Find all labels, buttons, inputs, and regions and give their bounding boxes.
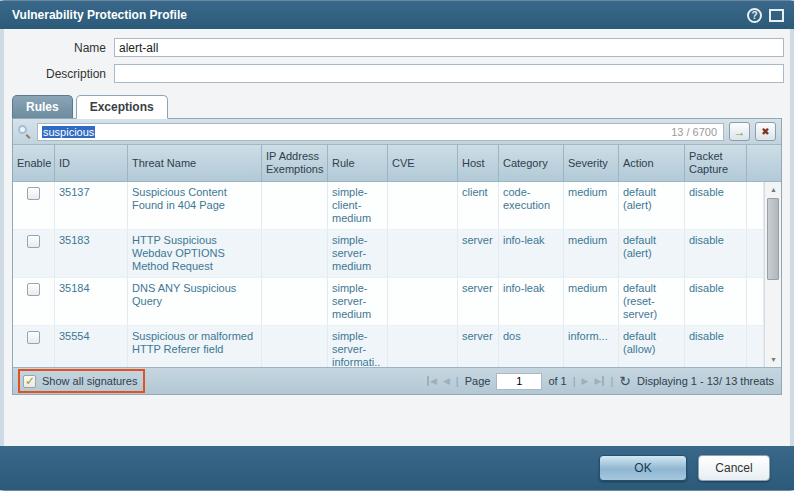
- vulnerability-protection-profile-dialog: Vulnerability Protection Profile ? Name …: [0, 0, 794, 491]
- description-field[interactable]: [114, 64, 784, 83]
- search-go-button[interactable]: →: [729, 122, 750, 141]
- cell-threat-name: Suspicious or malformed HTTP Referer fie…: [128, 326, 262, 367]
- displaying-status: Displaying 1 - 13/ 13 threats: [637, 375, 774, 387]
- cell-spacer: [747, 230, 764, 278]
- table-row: 35137Suspicious Content Found in 404 Pag…: [13, 182, 764, 230]
- enable-checkbox[interactable]: [27, 187, 40, 200]
- cell-cve: [388, 230, 458, 278]
- search-bar: suspicious 13 / 6700 → ✖: [13, 119, 781, 145]
- threat-table-viewport: 35137Suspicious Content Found in 404 Pag…: [13, 182, 781, 367]
- cell-spacer: [747, 326, 764, 367]
- cell-id: 35137: [55, 182, 128, 230]
- cell-category: code-execution: [499, 182, 564, 230]
- cell-enable: [13, 278, 55, 326]
- page-of-label: of 1: [548, 375, 566, 387]
- vertical-scrollbar[interactable]: ▲ ▼: [764, 182, 781, 367]
- col-header-action[interactable]: Action: [619, 145, 685, 182]
- cell-severity: medium: [564, 230, 619, 278]
- col-header-spacer: [747, 145, 781, 182]
- col-header-rule[interactable]: Rule: [328, 145, 388, 182]
- cell-category: info-leak: [499, 278, 564, 326]
- show-all-signatures-label: Show all signatures: [42, 375, 137, 387]
- ok-button[interactable]: OK: [599, 455, 687, 481]
- tab-rules[interactable]: Rules: [12, 95, 73, 118]
- next-page-icon[interactable]: ▶: [582, 376, 589, 386]
- cell-packet-capture: disable: [685, 182, 747, 230]
- cell-rule: simple-client-medium: [328, 182, 388, 230]
- window-icon[interactable]: [769, 9, 784, 22]
- table-row: 35184DNS ANY Suspicious Querysimple-serv…: [13, 278, 764, 326]
- cell-rule: simple-server-medium: [328, 230, 388, 278]
- threat-name-link[interactable]: DNS ANY Suspicious Query: [132, 282, 236, 307]
- enable-checkbox[interactable]: [27, 331, 40, 344]
- separator: |: [456, 375, 459, 387]
- description-row: Description: [10, 64, 784, 83]
- col-header-threat-name[interactable]: Threat Name: [128, 145, 262, 182]
- tab-bar: Rules Exceptions: [4, 94, 790, 118]
- cell-enable: [13, 230, 55, 278]
- cell-severity: medium: [564, 182, 619, 230]
- cell-category: info-leak: [499, 230, 564, 278]
- cell-id: 35183: [55, 230, 128, 278]
- last-page-icon[interactable]: ▶: [595, 376, 605, 386]
- cell-rule: simple-server-medium: [328, 278, 388, 326]
- col-header-id[interactable]: ID: [55, 145, 128, 182]
- enable-checkbox[interactable]: [27, 283, 40, 296]
- cell-ip-address-exemptions: [262, 326, 328, 367]
- previous-page-icon[interactable]: ◀: [443, 376, 450, 386]
- show-all-signatures-control: Show all signatures: [20, 371, 143, 391]
- name-row: Name: [10, 38, 784, 57]
- threat-name-link[interactable]: Suspicious or malformed HTTP Referer fie…: [132, 330, 253, 355]
- search-close-button[interactable]: ✖: [755, 122, 776, 141]
- cell-ip-address-exemptions: [262, 182, 328, 230]
- separator: |: [573, 375, 576, 387]
- cell-rule: simple-server-informati...: [328, 326, 388, 367]
- col-header-enable[interactable]: Enable: [13, 145, 55, 182]
- dialog-button-bar: OK Cancel: [0, 446, 794, 490]
- cell-enable: [13, 182, 55, 230]
- cell-threat-name: HTTP Suspicious Webdav OPTIONS Method Re…: [128, 230, 262, 278]
- cancel-button[interactable]: Cancel: [698, 455, 770, 481]
- col-header-ip-address-exemptions[interactable]: IP Address Exemptions: [262, 145, 328, 182]
- cell-packet-capture: disable: [685, 326, 747, 367]
- scrollbar-thumb[interactable]: [767, 198, 779, 280]
- threat-name-link[interactable]: HTTP Suspicious Webdav OPTIONS Method Re…: [132, 234, 225, 272]
- col-header-packet-capture[interactable]: Packet Capture: [685, 145, 747, 182]
- enable-checkbox[interactable]: [27, 235, 40, 248]
- cell-spacer: [747, 182, 764, 230]
- scroll-up-icon[interactable]: ▲: [765, 182, 781, 197]
- cell-spacer: [747, 278, 764, 326]
- tab-exceptions[interactable]: Exceptions: [76, 95, 168, 119]
- cell-ip-address-exemptions: [262, 230, 328, 278]
- cell-packet-capture: disable: [685, 278, 747, 326]
- cell-host: client: [458, 182, 499, 230]
- first-page-icon[interactable]: ◀: [427, 376, 437, 386]
- search-input[interactable]: suspicious 13 / 6700: [37, 123, 724, 141]
- search-match-count: 13 / 6700: [671, 126, 719, 138]
- threat-name-link[interactable]: Suspicious Content Found in 404 Page: [132, 186, 227, 211]
- cell-severity: medium: [564, 278, 619, 326]
- cell-action: default (reset-server): [619, 278, 685, 326]
- name-field[interactable]: [114, 38, 784, 57]
- cell-id: 35554: [55, 326, 128, 367]
- col-header-severity[interactable]: Severity: [564, 145, 619, 182]
- cell-action: default (alert): [619, 182, 685, 230]
- col-header-category[interactable]: Category: [499, 145, 564, 182]
- table-row: 35554Suspicious or malformed HTTP Refere…: [13, 326, 764, 367]
- scroll-down-icon[interactable]: ▼: [765, 352, 781, 367]
- cell-cve: [388, 326, 458, 367]
- table-header-row: Enable ID Threat Name IP Address Exempti…: [13, 145, 781, 182]
- show-all-signatures-checkbox[interactable]: [23, 375, 36, 388]
- table-body: 35137Suspicious Content Found in 404 Pag…: [13, 182, 764, 367]
- col-header-cve[interactable]: CVE: [388, 145, 458, 182]
- dialog-title: Vulnerability Protection Profile: [12, 8, 187, 22]
- exceptions-panel: suspicious 13 / 6700 → ✖ Enable ID Threa…: [12, 118, 782, 395]
- col-header-host[interactable]: Host: [458, 145, 499, 182]
- page-number-input[interactable]: [496, 373, 542, 390]
- cell-host: server: [458, 326, 499, 367]
- profile-form: Name Description: [4, 29, 790, 94]
- refresh-icon[interactable]: ↻: [619, 374, 631, 388]
- help-icon[interactable]: ?: [747, 8, 762, 23]
- page-label: Page: [465, 375, 491, 387]
- cell-packet-capture: disable: [685, 230, 747, 278]
